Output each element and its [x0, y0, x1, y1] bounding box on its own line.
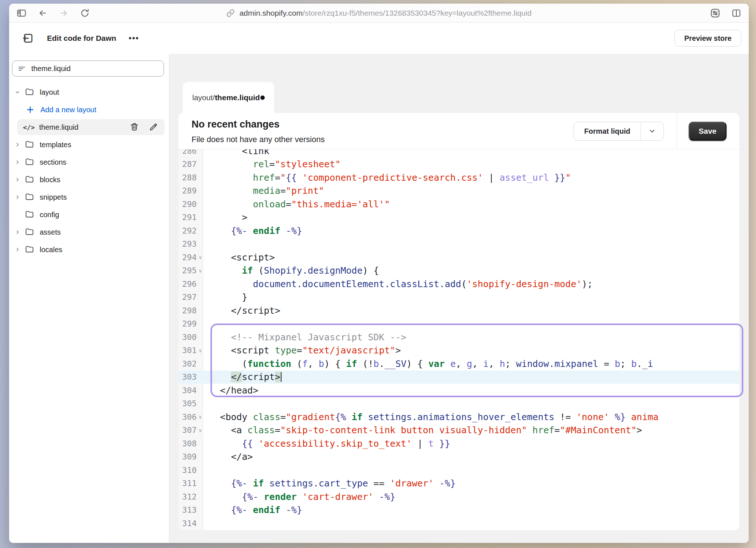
file-sidebar: theme.liquid layout Add a new layout </>…: [9, 54, 169, 543]
sidebar-item-config[interactable]: config: [9, 207, 169, 223]
file-search-input[interactable]: theme.liquid: [12, 60, 164, 77]
status-subtitle: File does not have any other versions: [192, 135, 325, 144]
code-line[interactable]: 304 </head>: [178, 384, 739, 397]
code-line[interactable]: 307∨ <a class="skip-to-content-link butt…: [178, 424, 739, 437]
sidebar-item-blocks[interactable]: blocks: [9, 172, 169, 188]
code-line[interactable]: 308 {{ 'accessibility.skip_to_text' | t …: [178, 437, 739, 450]
code-line[interactable]: 303 </script>: [178, 371, 739, 384]
code-line[interactable]: 297 }: [178, 291, 739, 304]
reload-icon[interactable]: [78, 6, 92, 20]
editor-card: No recent changes File does not have any…: [178, 113, 739, 530]
format-liquid-button[interactable]: Format liquid: [574, 122, 664, 141]
url-text: admin.shopify.com/store/rzq1xu-f5/themes…: [239, 9, 531, 17]
folder-icon: [24, 87, 35, 97]
code-line[interactable]: 298 </script>: [178, 304, 739, 317]
folder-icon: [24, 227, 35, 237]
code-line[interactable]: 288 href="{{ 'component-predictive-searc…: [178, 171, 739, 184]
chevron-right-icon[interactable]: [13, 142, 21, 148]
code-line[interactable]: 290 onload="this.media='all'": [178, 197, 739, 211]
code-line[interactable]: 314: [178, 517, 739, 530]
fold-chevron-icon[interactable]: ∨: [197, 268, 203, 274]
code-line[interactable]: 292 {%- endif -%}: [178, 224, 739, 238]
code-line[interactable]: 289 media="print": [178, 184, 739, 198]
code-line[interactable]: 296 document.documentElement.classList.a…: [178, 277, 739, 291]
code-line[interactable]: 309 </a>: [178, 450, 739, 464]
chevron-right-icon[interactable]: [13, 177, 21, 183]
chevron-down-icon[interactable]: [641, 122, 664, 140]
code-file-icon: </>: [23, 124, 35, 131]
header-divider: [677, 113, 677, 149]
sidebar-item-layout[interactable]: layout: [9, 84, 169, 100]
chevron-right-icon[interactable]: [13, 247, 21, 253]
tab-theme-liquid[interactable]: layout/theme.liquid: [183, 82, 274, 113]
code-line[interactable]: 313 {%- endif -%}: [178, 504, 739, 517]
code-line[interactable]: 312 {%- render 'cart-drawer' -%}: [178, 490, 739, 504]
page-settings-icon[interactable]: [708, 6, 722, 20]
fold-chevron-icon[interactable]: ∨: [197, 254, 203, 260]
chevron-down-icon[interactable]: [13, 89, 21, 95]
sidebar-item-snippets[interactable]: snippets: [9, 189, 169, 205]
code-line[interactable]: 286 <link: [178, 149, 739, 158]
browser-window: admin.shopify.com/store/rzq1xu-f5/themes…: [9, 4, 749, 543]
code-line[interactable]: 300 <!-- Mixpanel Javascript SDK -->: [178, 330, 739, 344]
code-editor[interactable]: 286 <link287 rel="stylesheet"288 href="{…: [178, 149, 739, 530]
folder-icon: [24, 157, 35, 167]
back-button-icon[interactable]: [35, 6, 50, 20]
fold-chevron-icon[interactable]: ∨: [197, 427, 203, 433]
code-line[interactable]: 311 {%- if settings.cart_type == 'drawer…: [178, 477, 739, 490]
text-cursor: [281, 372, 282, 382]
editor-panel: layout/theme.liquid No recent changes Fi…: [169, 54, 749, 543]
folder-icon: [24, 175, 35, 184]
folder-icon: [24, 192, 35, 202]
chevron-right-icon[interactable]: [13, 229, 21, 235]
code-line[interactable]: 302 (function (f, b) { if (!b.__SV) { va…: [178, 357, 739, 371]
sidebar-item-templates[interactable]: templates: [9, 137, 169, 153]
filter-icon: [17, 64, 26, 73]
sidebar-item-locales[interactable]: locales: [9, 242, 169, 258]
status-title: No recent changes: [192, 119, 280, 130]
code-line[interactable]: 294∨ <script>: [178, 251, 739, 264]
search-value: theme.liquid: [31, 64, 71, 73]
rename-icon[interactable]: [149, 122, 158, 132]
folder-icon: [24, 245, 35, 254]
page-title: Edit code for Dawn: [47, 34, 116, 43]
forward-button-icon[interactable]: [56, 6, 71, 20]
more-actions-button[interactable]: •••: [129, 34, 139, 43]
sidebar-item-assets[interactable]: assets: [9, 224, 169, 240]
fold-chevron-icon[interactable]: ∨: [197, 348, 203, 353]
code-line[interactable]: 306∨ <body class="gradient{% if settings…: [178, 410, 739, 424]
editor-header: No recent changes File does not have any…: [178, 113, 739, 149]
code-line[interactable]: 293: [178, 238, 739, 251]
split-view-icon[interactable]: [729, 6, 744, 20]
chevron-right-icon[interactable]: [13, 194, 21, 200]
code-line[interactable]: 291 >: [178, 211, 739, 224]
chevron-right-icon[interactable]: [13, 159, 21, 165]
code-line[interactable]: 295∨ if (Shopify.designMode) {: [178, 264, 739, 278]
code-line[interactable]: 299: [178, 317, 739, 331]
fold-chevron-icon[interactable]: ∨: [197, 414, 203, 420]
folder-icon: [24, 140, 35, 149]
sidebar-toggle-icon[interactable]: [14, 6, 29, 20]
folder-icon: [24, 210, 35, 219]
code-line[interactable]: 305: [178, 397, 739, 411]
add-new-layout-link[interactable]: Add a new layout: [9, 102, 169, 118]
sidebar-item-theme-liquid[interactable]: </> theme.liquid: [17, 119, 165, 135]
link-icon: [226, 9, 235, 17]
preview-store-button[interactable]: Preview store: [674, 30, 741, 47]
sidebar-item-sections[interactable]: sections: [9, 154, 169, 170]
app-header: Edit code for Dawn ••• Preview store: [9, 23, 749, 54]
browser-toolbar: admin.shopify.com/store/rzq1xu-f5/themes…: [9, 4, 749, 23]
exit-icon[interactable]: [20, 30, 36, 46]
code-line[interactable]: 301∨ <script type="text/javascript">: [178, 344, 739, 357]
unsaved-indicator: [260, 95, 265, 100]
code-line[interactable]: 310: [178, 463, 739, 477]
address-bar[interactable]: admin.shopify.com/store/rzq1xu-f5/themes…: [118, 4, 639, 23]
plus-icon: [26, 105, 35, 114]
save-button[interactable]: Save: [689, 122, 727, 141]
code-line[interactable]: 287 rel="stylesheet": [178, 158, 739, 171]
file-tree: layout Add a new layout </> theme.liquid: [9, 84, 169, 259]
delete-icon[interactable]: [130, 122, 139, 132]
